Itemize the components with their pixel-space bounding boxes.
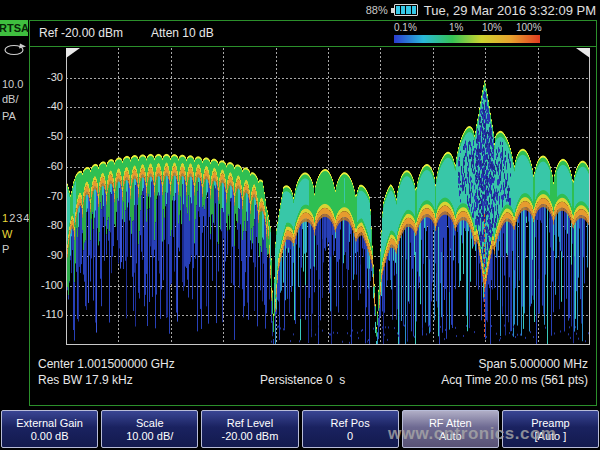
battery-percent: 88% bbox=[366, 4, 388, 16]
y-tick-label: -80 bbox=[30, 219, 63, 231]
density-scale-label: 10% bbox=[482, 22, 502, 33]
scale-per-div-value: 10.0 bbox=[2, 78, 23, 90]
softkey-rf-atten[interactable]: RF Atten Auto bbox=[402, 410, 499, 448]
trace-numbers: 1234 bbox=[2, 212, 30, 224]
preamp-indicator: PA bbox=[2, 110, 16, 122]
softkey-ref-pos[interactable]: Ref Pos 0 bbox=[302, 410, 399, 448]
scale-per-div-unit: dB/ bbox=[2, 93, 19, 105]
softkey-label: Preamp bbox=[531, 417, 570, 429]
softkey-preamp[interactable]: Preamp [Auto ] bbox=[502, 410, 599, 448]
density-gradient-bar bbox=[394, 35, 540, 43]
y-tick-label: -110 bbox=[30, 308, 63, 320]
trace-state-indicator: W bbox=[2, 228, 12, 240]
softkey-label: External Gain bbox=[16, 417, 83, 429]
span-annotation: Span 5.000000 MHz bbox=[479, 357, 588, 371]
res-bw-annotation: Res BW 17.9 kHz bbox=[38, 373, 133, 387]
density-scale-label: 0.1% bbox=[394, 22, 417, 33]
datetime: Tue, 29 Mar 2016 3:32:09 PM bbox=[424, 3, 596, 18]
y-tick-label: -60 bbox=[30, 160, 63, 172]
softkey-value: -20.00 dBm bbox=[221, 430, 278, 442]
softkey-scale[interactable]: Scale 10.00 dB/ bbox=[101, 410, 198, 448]
softkey-label: RF Atten bbox=[429, 417, 472, 429]
softkey-external-gain[interactable]: External Gain 0.00 dB bbox=[1, 410, 98, 448]
spectrum-plot bbox=[66, 48, 590, 345]
softkey-label: Ref Level bbox=[227, 417, 273, 429]
battery-icon bbox=[394, 4, 418, 16]
softkey-value: [Auto ] bbox=[535, 430, 567, 442]
center-frequency-annotation: Center 1.001500000 GHz bbox=[38, 357, 175, 371]
persistence-annotation: Persistence 0 s bbox=[260, 373, 345, 387]
density-color-scale: 0.1% 1% 10% 100% bbox=[394, 22, 540, 46]
softkey-bar: External Gain 0.00 dB Scale 10.00 dB/ Re… bbox=[0, 410, 600, 448]
continuous-sweep-icon bbox=[3, 42, 26, 57]
trace-detector-indicator: P bbox=[2, 243, 9, 255]
density-scale-label: 1% bbox=[449, 22, 463, 33]
y-tick-label: -70 bbox=[30, 190, 63, 202]
y-tick-label: -30 bbox=[30, 71, 63, 83]
battery-cell bbox=[412, 6, 416, 14]
y-tick-label: -40 bbox=[30, 100, 63, 112]
y-tick-label: -90 bbox=[30, 249, 63, 261]
battery-cell bbox=[406, 6, 410, 14]
softkey-value: Auto bbox=[439, 430, 462, 442]
softkey-label: Scale bbox=[136, 417, 164, 429]
battery-cell bbox=[396, 6, 400, 14]
battery-cell bbox=[401, 6, 405, 14]
softkey-ref-level[interactable]: Ref Level -20.00 dBm bbox=[201, 410, 298, 448]
trace-other-numbers: 234 bbox=[9, 212, 30, 224]
softkey-label: Ref Pos bbox=[331, 417, 370, 429]
mode-badge: RTSA bbox=[0, 20, 28, 36]
softkey-value: 0.00 dB bbox=[31, 430, 69, 442]
instrument-screen: Ref -20.00 dBm Atten 10 dB 0.1% 1% 10% 1… bbox=[29, 20, 597, 406]
ref-level-annotation: Ref -20.00 dBm bbox=[39, 26, 123, 40]
acq-time-annotation: Acq Time 20.0 ms (561 pts) bbox=[441, 373, 588, 387]
attenuation-annotation: Atten 10 dB bbox=[151, 26, 214, 40]
y-tick-label: -50 bbox=[30, 130, 63, 142]
density-scale-label: 100% bbox=[516, 22, 542, 33]
annotation-bar: Ref -20.00 dBm Atten 10 dB 0.1% 1% 10% 1… bbox=[30, 21, 596, 47]
status-bar: 88% Tue, 29 Mar 2016 3:32:09 PM bbox=[0, 0, 600, 20]
y-tick-label: -100 bbox=[30, 279, 63, 291]
softkey-value: 10.00 dB/ bbox=[126, 430, 173, 442]
softkey-value: 0 bbox=[347, 430, 353, 442]
sidebar: RTSA 10.0 dB/ PA 1234 W P bbox=[0, 20, 29, 406]
